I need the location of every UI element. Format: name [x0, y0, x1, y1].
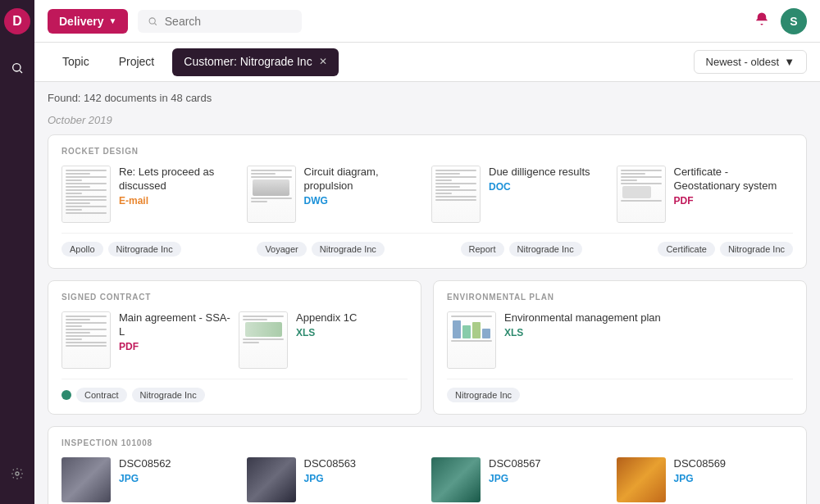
sidebar: D — [0, 0, 34, 504]
search-input[interactable] — [165, 15, 293, 28]
main-content: Delivery ▼ S Topic Project Customer: Nit… — [34, 0, 820, 504]
card-pdf-main-agreement: Main agreement - SSA-L PDF — [61, 311, 230, 369]
app-logo: D — [4, 8, 30, 34]
signed-contract-cards: Main agreement - SSA-L PDF Appendix 1C X… — [61, 311, 408, 369]
topbar: Delivery ▼ S — [34, 0, 820, 43]
environmental-plan-label: ENVIRONMENTAL PLAN — [447, 293, 793, 302]
card-type-appendix: XLS — [296, 327, 408, 338]
card-type-pdf: PDF — [674, 195, 794, 207]
found-text: Found: 142 documents in 48 cards — [48, 92, 807, 104]
inspection-cards: DSC08562 JPG DSC08563 JPG DSC08567 JPG — [61, 457, 793, 502]
card-type-doc: DOC — [489, 181, 608, 193]
card-type-env: XLS — [504, 327, 793, 338]
chevron-down-icon: ▼ — [108, 16, 116, 25]
tag-nitrograde-4[interactable]: Nitrograde Inc — [720, 242, 793, 257]
svg-line-4 — [155, 23, 157, 25]
search-box — [138, 10, 302, 33]
card-title-pdf: Certificate - Geostationary system — [674, 166, 794, 193]
topbar-right: S — [754, 8, 807, 34]
sidebar-search-icon[interactable] — [0, 51, 34, 85]
environmental-plan-tags: Nitrograde Inc — [447, 379, 793, 402]
card-thumb-dsc08563 — [247, 457, 296, 502]
rocket-design-label: ROCKET DESIGN — [61, 147, 793, 156]
inspection-group: INSPECTION 101008 DSC08562 JPG DSC08563 … — [48, 426, 807, 504]
card-thumb-doc — [431, 166, 481, 223]
filter-remove-icon[interactable]: ✕ — [319, 56, 327, 67]
content-area: Found: 142 documents in 48 cards October… — [34, 82, 820, 504]
card-type-dwg: DWG — [304, 195, 424, 207]
rocket-design-tags: Apollo Nitrograde Inc Voyager Nitrograde… — [61, 233, 793, 257]
card-jpg-dsc08563: DSC08563 JPG — [247, 457, 424, 502]
card-jpg-dsc08562: DSC08562 JPG — [61, 457, 239, 502]
card-title-dsc08563: DSC08563 — [304, 457, 424, 471]
two-col-section: SIGNED CONTRACT Main agreement - SSA-L P… — [48, 280, 807, 426]
notification-icon[interactable] — [754, 11, 769, 30]
svg-line-1 — [20, 70, 22, 73]
rocket-design-cards: Re: Lets proceed as discussed E-mail Cir… — [61, 166, 793, 223]
card-type-dsc08569: JPG — [674, 473, 794, 484]
card-type-email: E-mail — [119, 195, 239, 207]
section-date: October 2019 — [48, 114, 807, 126]
card-title-dsc08562: DSC08562 — [119, 457, 239, 471]
filter-tab-project[interactable]: Project — [104, 45, 170, 79]
dot-green-icon — [61, 390, 71, 400]
svg-point-3 — [149, 17, 155, 23]
tag-nitrograde-1[interactable]: Nitrograde Inc — [108, 242, 181, 257]
card-title-appendix: Appendix 1C — [296, 311, 408, 325]
tag-nitrograde-env[interactable]: Nitrograde Inc — [447, 388, 520, 402]
card-thumb-dsc08562 — [61, 457, 111, 502]
card-thumb-dsc08567 — [431, 457, 481, 502]
rocket-design-group: ROCKET DESIGN Re: Lets proceed as discus… — [48, 134, 807, 269]
chevron-down-icon: ▼ — [784, 56, 795, 68]
filter-tab-customer[interactable]: Customer: Nitrograde Inc ✕ — [172, 48, 338, 76]
card-xls-env: Environmental management plan XLS — [447, 311, 793, 369]
card-type-main-agreement: PDF — [119, 341, 230, 352]
card-dwg: Circuit diagram, propulsion DWG — [247, 166, 424, 223]
card-xls-appendix: Appendix 1C XLS — [239, 311, 408, 369]
tag-apollo[interactable]: Apollo — [61, 242, 103, 257]
filter-tab-topic[interactable]: Topic — [48, 45, 104, 79]
tag-certificate[interactable]: Certificate — [658, 242, 715, 257]
card-thumb-appendix — [239, 311, 288, 369]
card-title-dwg: Circuit diagram, propulsion — [304, 166, 424, 193]
tag-nitrograde-contract[interactable]: Nitrograde Inc — [132, 388, 205, 402]
card-thumb-dsc08569 — [617, 457, 666, 502]
card-pdf: Certificate - Geostationary system PDF — [617, 166, 794, 223]
svg-point-0 — [13, 64, 20, 71]
card-thumb-main-agreement — [61, 311, 111, 369]
card-title-dsc08569: DSC08569 — [674, 457, 794, 471]
svg-point-2 — [16, 472, 19, 475]
card-type-dsc08562: JPG — [119, 473, 239, 484]
sort-button[interactable]: Newest - oldest ▼ — [694, 50, 807, 74]
search-icon — [148, 16, 157, 27]
tag-nitrograde-3[interactable]: Nitrograde Inc — [509, 242, 582, 257]
card-doc: Due dilligence results DOC — [431, 166, 608, 223]
signed-contract-tags: Contract Nitrograde Inc — [61, 379, 408, 402]
card-title-email: Re: Lets proceed as discussed — [119, 166, 239, 193]
card-title-doc: Due dilligence results — [489, 166, 608, 179]
tag-contract[interactable]: Contract — [76, 388, 127, 402]
card-jpg-dsc08569: DSC08569 JPG — [617, 457, 794, 502]
card-jpg-dsc08567: DSC08567 JPG — [431, 457, 608, 502]
tag-voyager[interactable]: Voyager — [257, 242, 306, 257]
environmental-plan-cards: Environmental management plan XLS — [447, 311, 793, 369]
environmental-plan-group: ENVIRONMENTAL PLAN Environmental managem… — [433, 280, 807, 415]
card-type-dsc08563: JPG — [304, 473, 424, 484]
delivery-button[interactable]: Delivery ▼ — [48, 9, 128, 34]
card-type-dsc08567: JPG — [489, 473, 608, 484]
sidebar-settings-icon[interactable] — [0, 456, 34, 491]
card-thumb-env — [447, 311, 496, 369]
inspection-label: INSPECTION 101008 — [61, 438, 793, 447]
tag-report[interactable]: Report — [461, 242, 504, 257]
card-thumb-dwg — [247, 166, 296, 223]
card-thumb-pdf — [617, 166, 666, 223]
card-thumb-email — [61, 166, 111, 223]
card-title-env: Environmental management plan — [504, 311, 793, 325]
signed-contract-group: SIGNED CONTRACT Main agreement - SSA-L P… — [48, 280, 421, 415]
tag-nitrograde-2[interactable]: Nitrograde Inc — [312, 242, 385, 257]
filterbar: Topic Project Customer: Nitrograde Inc ✕… — [34, 43, 820, 82]
card-title-dsc08567: DSC08567 — [489, 457, 608, 471]
user-avatar[interactable]: S — [781, 8, 807, 34]
card-email: Re: Lets proceed as discussed E-mail — [61, 166, 239, 223]
card-title-main-agreement: Main agreement - SSA-L — [119, 311, 230, 339]
